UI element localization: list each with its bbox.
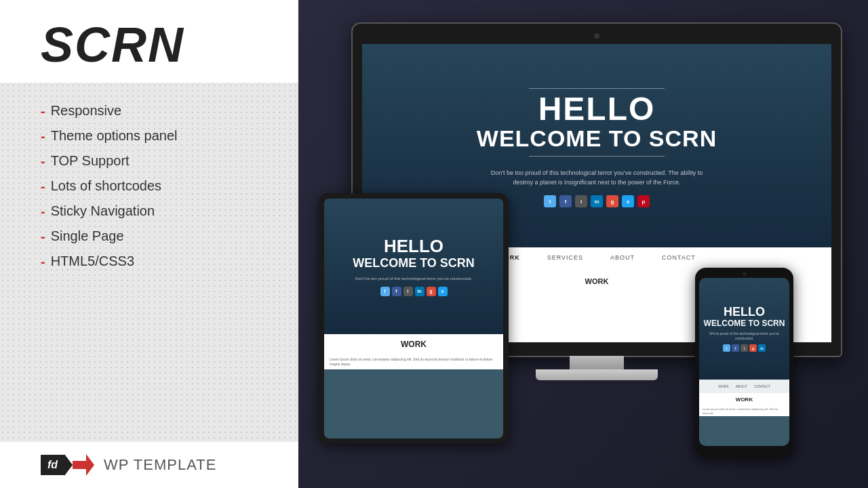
phone-tagline: W'e're proud of this technological terro… xyxy=(704,331,785,340)
tablet-screen: HELLO WELCOME TO SCRN Don't be too proud… xyxy=(324,199,503,439)
tablet-tagline: Don't be too proud of this technological… xyxy=(355,276,473,281)
phone-nav-work: WORK xyxy=(718,384,729,388)
feature-text: Responsive xyxy=(51,103,122,119)
fd-badge-text: fd xyxy=(41,455,64,475)
tablet-linkedin-icon: in xyxy=(415,287,425,296)
feature-item-4: - Lots of shortcodes xyxy=(41,178,258,194)
feature-dash: - xyxy=(41,129,45,143)
monitor-nav-about: ABOUT xyxy=(610,254,635,261)
feature-dash: - xyxy=(41,180,45,193)
phone-twitter-icon: t xyxy=(723,344,730,352)
tablet-work-label: WORK xyxy=(324,334,503,354)
monitor-hero-line-top xyxy=(529,88,665,89)
feature-item-7: - HTML5/CSS3 xyxy=(41,253,258,269)
feature-text: Lots of shortcodes xyxy=(51,178,161,194)
phone-google-icon: g xyxy=(749,344,757,352)
fd-red-arrow xyxy=(86,454,94,476)
tablet-ig-icon: i xyxy=(403,287,413,296)
tablet-google-icon: g xyxy=(427,287,436,296)
feature-text: HTML5/CSS3 xyxy=(51,253,134,269)
tablet-social-icons: t f i in g s xyxy=(380,287,448,296)
logo-title: SCRN xyxy=(41,20,258,69)
phone-hello-text: HELLO xyxy=(724,306,765,319)
phone-ig-icon: i xyxy=(741,344,748,352)
phone-nav-about: ABOUT xyxy=(736,384,747,388)
tablet-social-5: s xyxy=(438,287,448,296)
fd-red-bg xyxy=(73,461,86,469)
monitor-stand-bottom xyxy=(536,369,658,380)
feature-item-2: - Theme options panel xyxy=(41,128,258,144)
feature-item-6: - Single Page xyxy=(41,228,258,244)
phone-linkedin-icon: in xyxy=(758,344,766,352)
feature-item-1: - Responsive xyxy=(41,103,258,119)
feature-text: TOP Support xyxy=(51,153,130,169)
monitor-social-icons: t f i in g s p xyxy=(544,195,650,207)
phone-welcome-text: WELCOME TO SCRN xyxy=(704,319,785,328)
google-icon: g xyxy=(606,195,618,207)
phone-social-icons: t f i g in xyxy=(723,344,766,352)
facebook-icon: f xyxy=(559,195,572,207)
feature-dash: - xyxy=(41,155,45,168)
feature-item-3: - TOP Support xyxy=(41,153,258,169)
monitor-container: HELLO WELCOME TO SCRN Don't be too proud… xyxy=(319,24,848,464)
phone: HELLO WELCOME TO SCRN W'e're proud of th… xyxy=(695,268,793,458)
tablet-hero: HELLO WELCOME TO SCRN Don't be too proud… xyxy=(324,199,503,334)
pinterest-icon: p xyxy=(637,195,650,207)
linkedin-icon: in xyxy=(591,195,603,207)
phone-work-label: WORK xyxy=(699,393,789,406)
tablet-work-content: Lorem ipsum dolor sit amet, consectetur … xyxy=(324,354,503,369)
tablet: HELLO WELCOME TO SCRN Don't be too proud… xyxy=(319,193,509,444)
twitter-icon: t xyxy=(544,195,556,207)
left-panel: SCRN - Responsive - Theme options panel … xyxy=(0,0,298,488)
monitor-tagline: Don't be too proud of this technological… xyxy=(481,169,712,187)
phone-camera xyxy=(743,272,747,276)
tablet-twitter-icon: t xyxy=(380,287,390,296)
logo-section: SCRN xyxy=(0,0,298,83)
monitor-stand-top xyxy=(570,356,624,369)
phone-facebook-icon: f xyxy=(732,344,739,352)
monitor-hello-text: HELLO xyxy=(538,93,656,125)
footer-section: fd WP TEMPLATE xyxy=(0,441,298,488)
phone-screen: HELLO WELCOME TO SCRN W'e're proud of th… xyxy=(699,278,789,446)
phone-nav-bar: WORK ABOUT CONTACT xyxy=(699,380,789,393)
tablet-facebook-icon: f xyxy=(392,287,401,296)
phone-work-content: Lorem ipsum dolor sit amet, consectetur … xyxy=(699,406,789,416)
monitor-camera xyxy=(594,33,599,39)
monitor-hero-line-bottom xyxy=(529,156,665,157)
fd-arrow-dark xyxy=(64,454,73,476)
wp-template-label: WP TEMPLATE xyxy=(104,456,216,474)
feature-text: Single Page xyxy=(51,228,124,244)
monitor-welcome-text: WELCOME TO SCRN xyxy=(477,125,717,152)
fd-badge-wrapper: fd xyxy=(41,454,94,476)
feature-dash: - xyxy=(41,205,45,218)
feature-text: Theme options panel xyxy=(51,128,178,144)
phone-hero: HELLO WELCOME TO SCRN W'e're proud of th… xyxy=(699,278,789,380)
instagram-icon: i xyxy=(575,195,587,207)
feature-item-5: - Sticky Navigation xyxy=(41,203,258,219)
monitor-nav-services: SERVICES xyxy=(547,254,583,261)
right-panel: HELLO WELCOME TO SCRN Don't be too proud… xyxy=(298,0,868,488)
feature-text: Sticky Navigation xyxy=(51,203,155,219)
feature-dash: - xyxy=(41,230,45,243)
social-icon-5: s xyxy=(622,195,634,207)
phone-nav-contact: CONTACT xyxy=(754,384,770,388)
monitor-nav-contact: CONTACT xyxy=(662,254,696,261)
feature-dash: - xyxy=(41,104,45,118)
feature-dash: - xyxy=(41,255,45,268)
features-section: - Responsive - Theme options panel - TOP… xyxy=(0,83,298,441)
tablet-welcome-text: WELCOME TO SCRN xyxy=(353,256,475,270)
tablet-hello-text: HELLO xyxy=(384,237,443,256)
phone-hero-bg xyxy=(699,278,789,380)
